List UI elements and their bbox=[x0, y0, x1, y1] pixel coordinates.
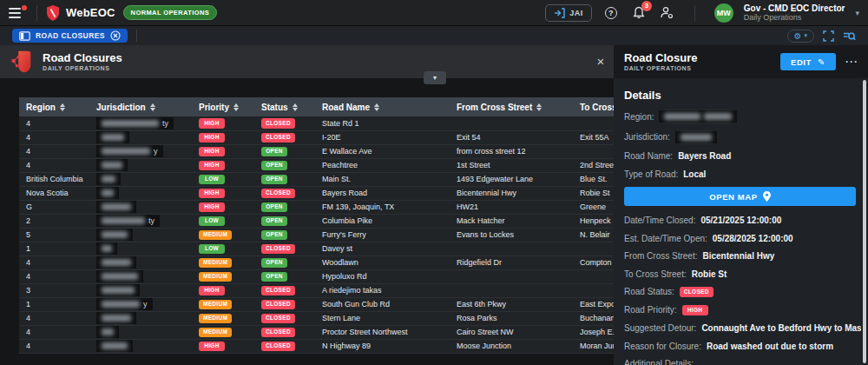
column-header-status[interactable]: Status bbox=[254, 97, 315, 116]
cell-road: Hypoluxo Rd bbox=[315, 269, 450, 283]
redacted-text bbox=[102, 189, 114, 196]
cell-region: 1 bbox=[19, 297, 89, 311]
jurisdiction-visible-text: y bbox=[143, 300, 148, 309]
cell-region: 4 bbox=[19, 325, 89, 339]
priority-badge: HIGH bbox=[199, 189, 225, 199]
collapse-toolbar-button[interactable]: ▾ bbox=[424, 71, 446, 84]
more-options-icon[interactable]: ⋯ bbox=[845, 57, 858, 66]
redacted-text bbox=[102, 273, 138, 280]
field-value: 05/28/2025 12:00:00 bbox=[713, 234, 793, 243]
detail-field: Reason for Closure:Road washed out due t… bbox=[624, 342, 856, 351]
close-tab-icon[interactable] bbox=[110, 30, 121, 41]
cell-jurisdiction: y bbox=[89, 297, 192, 311]
redaction-strip bbox=[96, 242, 117, 255]
status-badge: OPEN bbox=[261, 175, 287, 185]
cell-priority: MEDIUM bbox=[192, 297, 254, 311]
notifications-button[interactable]: 3 bbox=[630, 4, 648, 22]
close-board-icon[interactable]: × bbox=[593, 53, 608, 69]
detail-field: To Cross Street:Robie St bbox=[624, 269, 856, 279]
open-map-button[interactable]: OPEN MAP bbox=[624, 187, 856, 206]
user-menu-chevron-icon[interactable]: ▾ bbox=[855, 9, 859, 17]
table-row[interactable]: British ColumbiaLOWOPENMain St.1493 Edge… bbox=[19, 172, 614, 186]
hamburger-menu-icon[interactable] bbox=[9, 5, 28, 21]
column-header-region[interactable]: Region bbox=[19, 97, 89, 116]
table-row[interactable]: 3HIGHCLOSEDA riedejimo takas bbox=[19, 283, 614, 297]
detail-field: Road Priority:HIGH bbox=[624, 305, 856, 315]
field-value: Robie St bbox=[692, 269, 727, 279]
column-header-road-name[interactable]: Road Name bbox=[315, 97, 450, 116]
cell-to: Robie St bbox=[573, 186, 614, 200]
cell-jurisdiction bbox=[89, 158, 192, 172]
user-admin-button[interactable] bbox=[658, 4, 675, 22]
table-row[interactable]: 2tyLOWOPENColumbia PikeMack HatcherHenpe… bbox=[19, 214, 614, 228]
pencil-icon: ✎ bbox=[818, 57, 825, 67]
sort-icon bbox=[150, 103, 155, 111]
redaction-strip bbox=[96, 340, 133, 352]
cell-road: Stern Lane bbox=[315, 311, 450, 325]
column-header-to-cross-street[interactable]: To Cross Street bbox=[573, 97, 614, 116]
search-filter-icon[interactable] bbox=[843, 30, 856, 42]
field-label: From Cross Street: bbox=[624, 251, 697, 261]
redaction-strip bbox=[96, 173, 121, 185]
cell-priority: MEDIUM bbox=[192, 256, 254, 269]
board-settings-button[interactable]: ⚙ ▾ bbox=[787, 30, 814, 43]
table-row[interactable]: 4MEDIUMOPENHypoluxo Rd bbox=[19, 269, 614, 283]
redaction-strip bbox=[659, 110, 737, 123]
cell-priority: MEDIUM bbox=[192, 269, 254, 283]
map-pin-icon bbox=[763, 191, 771, 202]
table-row[interactable]: 4yHIGHOPENE Wallace Avefrom cross street… bbox=[19, 144, 614, 158]
field-value: Bicentennial Hwy bbox=[702, 251, 774, 261]
cell-status: OPEN bbox=[254, 214, 315, 228]
panel-scrollbar[interactable] bbox=[863, 80, 866, 363]
table-row[interactable]: GHIGHOPENFM 139, Joaquin, TXHW21Greene bbox=[19, 200, 614, 214]
redacted-text bbox=[102, 217, 145, 224]
cell-from bbox=[450, 116, 573, 130]
user-role: Daily Operations bbox=[744, 13, 845, 22]
help-button[interactable]: ? bbox=[602, 4, 620, 22]
cell-road: Bayers Road bbox=[315, 186, 450, 200]
table-row[interactable]: 4HIGHOPENPeachtree1st Street2nd Street bbox=[19, 158, 614, 172]
jai-button[interactable]: JAI bbox=[545, 4, 592, 22]
detail-field: Road Status:CLOSED bbox=[624, 287, 856, 297]
road-closure-detail-panel: Road Closure DAILY OPERATIONS EDIT ✎ ⋯ D… bbox=[614, 45, 868, 365]
redacted-text bbox=[102, 287, 135, 294]
status-badge: OPEN bbox=[261, 147, 287, 157]
table-row[interactable]: 4HIGHCLOSEDN Highway 89Moose JunctionMor… bbox=[19, 339, 614, 353]
table-row[interactable]: 4MEDIUMCLOSEDProctor Street NorthwestCai… bbox=[19, 325, 614, 339]
tab-road-closures[interactable]: ROAD CLOSURES bbox=[12, 29, 128, 43]
redaction-strip bbox=[96, 159, 128, 171]
chevron-down-icon: ▾ bbox=[804, 32, 807, 39]
table-row[interactable]: 1LOWCLOSEDDavey st bbox=[19, 242, 614, 256]
cell-from: 1st Street bbox=[450, 158, 573, 172]
sort-icon bbox=[374, 103, 379, 111]
detail-field: Region: bbox=[624, 110, 856, 123]
priority-badge: MEDIUM bbox=[199, 314, 232, 324]
table-row[interactable]: 4MEDIUMOPENWoodlawnRidgefield DrCompton bbox=[19, 256, 614, 269]
cell-to: East Expo bbox=[573, 297, 614, 311]
cell-region: 5 bbox=[19, 228, 89, 242]
cell-jurisdiction bbox=[89, 311, 192, 325]
cell-from: HW21 bbox=[450, 200, 573, 214]
table-row[interactable]: 4MEDIUMCLOSEDStern LaneRosa ParksBuchana… bbox=[19, 311, 614, 325]
status-badge: CLOSED bbox=[261, 189, 295, 199]
column-header-jurisdiction[interactable]: Jurisdiction bbox=[89, 97, 192, 116]
table-row[interactable]: 4HIGHCLOSEDI-20EExit 54Exit 55A bbox=[19, 130, 614, 144]
edit-button[interactable]: EDIT ✎ bbox=[780, 53, 836, 70]
column-header-from-cross-street[interactable]: From Cross Street bbox=[450, 97, 573, 116]
fullscreen-icon[interactable] bbox=[823, 30, 834, 42]
table-row[interactable]: Nova ScotiaHIGHCLOSEDBayers RoadBicenten… bbox=[19, 186, 614, 200]
redacted-text bbox=[102, 259, 131, 266]
column-header-priority[interactable]: Priority bbox=[192, 97, 254, 116]
help-icon: ? bbox=[605, 7, 617, 19]
table-row[interactable]: 4tyHIGHCLOSEDState Rd 1 bbox=[19, 116, 614, 130]
redacted-text bbox=[704, 113, 732, 120]
cell-road: E Wallace Ave bbox=[315, 144, 450, 158]
cell-road: Furry's Ferry bbox=[315, 228, 450, 242]
table-row[interactable]: 5MEDIUMOPENFurry's FerryEvans to LockesN… bbox=[19, 228, 614, 242]
board-titles: Road Closures DAILY OPERATIONS bbox=[43, 51, 122, 72]
table-row[interactable]: 1yMEDIUMCLOSEDSouth Gun Club RdEast 6th … bbox=[19, 297, 614, 311]
cell-road: I-20E bbox=[315, 130, 450, 144]
user-avatar[interactable]: MW bbox=[714, 3, 733, 23]
status-badge: OPEN bbox=[261, 230, 287, 241]
detail-field: Additional Details: bbox=[624, 359, 856, 365]
